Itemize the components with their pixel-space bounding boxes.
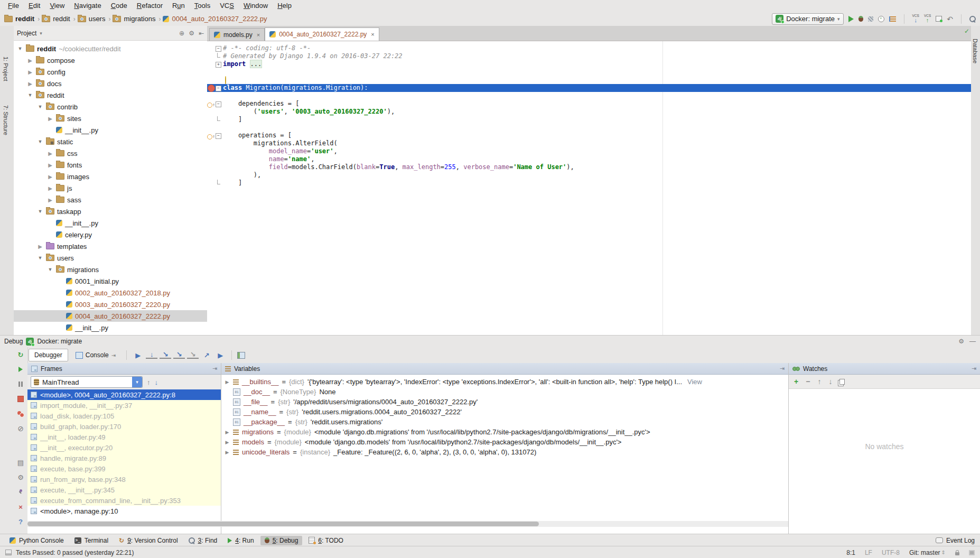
tree-expand-icon[interactable]: ▼	[47, 267, 53, 272]
tree-expand-icon[interactable]: ▶	[27, 81, 33, 87]
step-out-button[interactable]: ↗	[201, 351, 212, 359]
stack-frame[interactable]: load_disk, loader.py:105	[27, 411, 221, 421]
fold-marker[interactable]: −	[216, 46, 221, 52]
menu-code[interactable]: Code	[106, 0, 132, 12]
breadcrumb-item[interactable]: migrations	[113, 15, 155, 23]
code-editor[interactable]: −# -*- coding: utf-8 -*-# Generated by D…	[207, 41, 971, 335]
fold-marker[interactable]: −	[216, 133, 221, 139]
tree-expand-icon[interactable]: ▶	[47, 151, 53, 156]
tree-item-images[interactable]: ▶images	[14, 171, 207, 182]
lock-icon[interactable]	[955, 552, 959, 555]
tool-window-button-terminal[interactable]: >_Terminal	[70, 536, 113, 545]
changes-button[interactable]	[936, 16, 942, 22]
tree-item-__init__-py[interactable]: __init__.py	[14, 124, 207, 136]
tool-window-button-version-control[interactable]: ↻9: Version Control	[115, 536, 182, 545]
duplicate-watch-button[interactable]	[839, 379, 845, 385]
settings-icon[interactable]: ⚙	[958, 338, 964, 345]
variable-row[interactable]: __doc__={NoneType}None	[221, 387, 788, 397]
code-line[interactable]	[207, 68, 971, 76]
search-everywhere-icon[interactable]	[969, 16, 976, 22]
tree-item-sass[interactable]: ▶sass	[14, 194, 207, 206]
variable-row[interactable]: __name__={str}'reddit.users.migrations.0…	[221, 407, 788, 417]
help-icon[interactable]: ?	[14, 514, 27, 529]
execution-line[interactable]: −class Migration(migrations.Migration):	[207, 84, 971, 92]
stack-frame[interactable]: execute, __init__.py:345	[27, 485, 221, 495]
event-log-button[interactable]: Event Log	[946, 537, 975, 544]
pin-tab-button[interactable]	[14, 485, 27, 499]
tree-expand-icon[interactable]: ▶	[27, 58, 33, 63]
tree-item-js[interactable]: ▶js	[14, 182, 207, 194]
tree-item-0004_auto_20160327_2222-py[interactable]: 0004_auto_20160327_2222.py	[14, 310, 207, 322]
concurrency-diagram-button[interactable]	[889, 16, 896, 22]
variable-row[interactable]: ▶__builtins__={dict}'{'bytearray': <type…	[221, 377, 788, 387]
menu-run[interactable]: Run	[167, 0, 190, 12]
encoding-indicator[interactable]: UTF-8	[882, 549, 900, 556]
tab-console[interactable]: Console ⇥	[70, 349, 121, 361]
tool-window-button-debug[interactable]: 5: Debug	[260, 536, 303, 545]
code-line[interactable]: name='name',	[207, 155, 971, 163]
step-into-button[interactable]: ↘	[160, 351, 171, 359]
add-watch-button[interactable]: +	[794, 377, 798, 386]
variable-row[interactable]: ▶models={module}<module 'django.db.model…	[221, 437, 788, 447]
code-line[interactable]: −# -*- coding: utf-8 -*-	[207, 44, 971, 52]
tree-item-static[interactable]: ▼static	[14, 136, 207, 147]
view-link[interactable]: View	[687, 378, 702, 386]
tree-item-taskapp[interactable]: ▼taskapp	[14, 206, 207, 217]
run-button[interactable]	[848, 16, 854, 22]
tree-expand-icon[interactable]: ▼	[37, 139, 43, 144]
tree-expand-icon[interactable]: ▼	[37, 209, 43, 214]
menu-help[interactable]: Help	[273, 0, 296, 12]
tree-expand-icon[interactable]: ▼	[27, 92, 33, 98]
stack-frame[interactable]: run_from_argv, base.py:348	[27, 474, 221, 485]
expand-icon[interactable]: ▶	[225, 430, 230, 435]
run-configuration-select[interactable]: dj Docker: migrate ▾	[772, 13, 843, 25]
run-to-cursor-button[interactable]: ▶	[214, 351, 226, 359]
code-line[interactable]: # Generated by Django 1.9.4 on 2016-03-2…	[207, 52, 971, 60]
tree-expand-icon[interactable]: ▶	[47, 197, 53, 203]
code-line[interactable]: ]	[207, 179, 971, 187]
pin-icon[interactable]: ⇥	[212, 365, 217, 372]
stack-frame[interactable]: __init__, executor.py:20	[27, 442, 221, 453]
menu-file[interactable]: File	[3, 0, 24, 12]
tree-item-0001_initial-py[interactable]: 0001_initial.py	[14, 275, 207, 287]
variable-row[interactable]: ▶migrations={module}<module 'django.db.m…	[221, 427, 788, 437]
line-ending-indicator[interactable]: LF	[865, 549, 872, 556]
pin-icon[interactable]: ⇥	[972, 365, 976, 372]
code-line[interactable]: migrations.AlterField(	[207, 140, 971, 147]
pin-icon[interactable]: ⇥	[780, 365, 785, 372]
tree-item-compose[interactable]: ▶compose	[14, 54, 207, 66]
menu-vcs[interactable]: VCS	[215, 0, 239, 12]
tree-item-contrib[interactable]: ▼contrib	[14, 101, 207, 113]
menu-refactor[interactable]: Refactor	[132, 0, 167, 12]
stack-frame[interactable]: <module>, 0004_auto_20160327_2222.py:8	[27, 389, 221, 400]
tree-item-templates[interactable]: ▶templates	[14, 240, 207, 252]
editor-tab-0004_auto_20160327_2222-py[interactable]: 0004_auto_20160327_2222.py×	[265, 27, 379, 41]
settings-icon[interactable]: ⚙	[14, 470, 27, 485]
breadcrumb-item[interactable]: users	[78, 15, 106, 23]
stack-frame[interactable]: execute_from_command_line, __init__.py:3…	[27, 495, 221, 506]
breadcrumb-item[interactable]: reddit	[42, 15, 70, 23]
tree-item-__init__-py[interactable]: __init__.py	[14, 322, 207, 333]
evaluate-expression-button[interactable]	[237, 352, 245, 359]
tree-item-sites[interactable]: ▶sites	[14, 113, 207, 124]
minimize-icon[interactable]: —	[969, 338, 976, 345]
tree-item-celery-py[interactable]: celery.py	[14, 229, 207, 240]
tree-item-0002_auto_20160327_2018-py[interactable]: 0002_auto_20160327_2018.py	[14, 287, 207, 299]
tree-expand-icon[interactable]: ▼	[17, 46, 23, 51]
locate-file-icon[interactable]: ⊕	[179, 30, 184, 37]
force-step-over-button[interactable]: ↘	[187, 351, 199, 359]
variable-row[interactable]: __package__={str}'reddit.users.migration…	[221, 417, 788, 427]
move-watch-up-button[interactable]: ↑	[817, 377, 821, 386]
caret-position[interactable]: 8:1	[846, 549, 855, 556]
move-watch-down-button[interactable]: ↓	[828, 377, 832, 386]
tool-button-database[interactable]: Database	[972, 39, 978, 63]
fold-marker[interactable]: +	[216, 62, 221, 68]
menu-view[interactable]: View	[45, 0, 69, 12]
expand-icon[interactable]: ▶	[225, 379, 230, 385]
stop-button[interactable]	[14, 392, 27, 406]
settings-icon[interactable]: ⚙	[189, 30, 194, 37]
tool-window-button-todo[interactable]: 6: TODO	[304, 536, 348, 545]
code-line[interactable]: ),	[207, 171, 971, 179]
stack-frame[interactable]: execute, base.py:399	[27, 463, 221, 474]
tool-window-button-python-console[interactable]: Python Console	[5, 536, 68, 545]
